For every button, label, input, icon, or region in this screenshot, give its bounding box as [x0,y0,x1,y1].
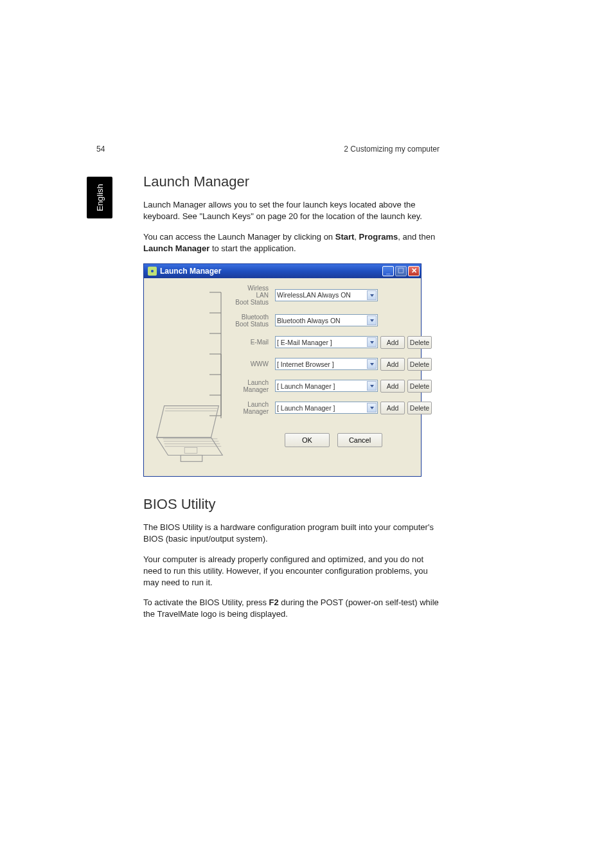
bold-f2: F2 [269,598,279,607]
select-value: WirelessLAN Always ON [277,291,351,299]
page-content: Launch Manager Launch Manager allows you… [143,173,439,629]
chevron-down-icon [370,385,374,387]
select-value: [ Internet Browser ] [277,360,334,368]
left-illustration-area [152,285,235,465]
select-value: [ Launch Manager ] [277,382,335,390]
add-button[interactable]: Add [380,336,405,349]
row-label: E-Mail [235,339,272,346]
text: To activate the BIOS Utility, press [143,598,269,607]
section-title-bios-utility: BIOS Utility [143,496,439,513]
row-label: WWW [235,360,272,368]
email-select[interactable]: [ E-Mail Manager ] [275,336,378,348]
paragraph: Your computer is already properly config… [143,554,439,589]
svg-rect-8 [181,455,202,461]
chevron-down-icon [370,319,374,322]
laptop-icon [149,403,231,467]
wlan-select[interactable]: WirelessLAN Always ON [275,289,378,301]
bluetooth-select[interactable]: Bluetooth Always ON [275,314,378,326]
select-value: [ E-Mail Manager ] [277,339,332,346]
paragraph: The BIOS Utility is a hardware configura… [143,522,439,545]
paragraph: To activate the BIOS Utility, press F2 d… [143,597,439,620]
row-label: Launch Manager [235,379,272,393]
language-tab: English [87,177,112,218]
minimize-button[interactable]: _ [382,266,394,276]
row-bluetooth: Bluetooth Boot Status Bluetooth Always O… [235,314,432,328]
text: Your computer is already properly config… [143,554,428,587]
add-button[interactable]: Add [380,358,405,371]
row-wlan: Wirless LAN Boot Status WirelessLAN Alwa… [235,285,432,306]
maximize-button: ☐ [395,266,407,276]
text: Launch Manager allows you to set the fou… [143,200,422,221]
cancel-button[interactable]: Cancel [337,433,382,447]
settings-rows: Wirless LAN Boot Status WirelessLAN Alwa… [235,285,432,447]
row-www: WWW [ Internet Browser ] Add Delete [235,357,432,371]
paragraph: Launch Manager allows you to set the fou… [143,199,439,222]
row-label: Wirless LAN Boot Status [235,285,272,306]
add-button[interactable]: Add [380,402,405,414]
page-number: 54 [96,145,105,154]
text: You can access the Launch Manager by cli… [143,232,335,242]
bracket-graphic [209,290,229,418]
chevron-down-icon [370,363,374,366]
delete-button[interactable]: Delete [407,358,432,371]
launch-manager-window: Launch Manager _ ☐ ✕ [143,263,422,477]
text: , and then [398,232,435,242]
row-label: Launch Manager [235,401,272,415]
running-header: 54 2 Customizing my computer [96,145,440,154]
text: , [354,232,359,242]
chevron-down-icon [370,341,374,344]
launch2-select[interactable]: [ Launch Manager ] [275,402,378,414]
delete-button[interactable]: Delete [407,380,432,393]
row-launch-1: Launch Manager [ Launch Manager ] Add De… [235,379,432,393]
bold-programs: Programs [359,232,398,242]
section-title-launch-manager: Launch Manager [143,173,439,190]
chevron-down-icon [370,294,374,297]
select-value: [ Launch Manager ] [277,404,335,412]
row-label: Bluetooth Boot Status [235,314,272,328]
chevron-down-icon [370,407,374,409]
www-select[interactable]: [ Internet Browser ] [275,358,378,370]
launch1-select[interactable]: [ Launch Manager ] [275,380,378,392]
svg-marker-6 [157,405,218,437]
row-launch-2: Launch Manager [ Launch Manager ] Add De… [235,401,432,415]
chapter-title: 2 Customizing my computer [344,145,440,154]
delete-button[interactable]: Delete [407,336,432,349]
delete-button[interactable]: Delete [407,402,432,414]
select-value: Bluetooth Always ON [277,317,341,324]
window-titlebar[interactable]: Launch Manager _ ☐ ✕ [144,264,421,278]
window-title: Launch Manager [160,267,221,276]
svg-rect-15 [184,447,197,453]
close-button[interactable]: ✕ [408,266,420,276]
bold-start: Start [335,232,355,242]
row-email: E-Mail [ E-Mail Manager ] Add Delete [235,335,432,350]
text: The BIOS Utility is a hardware configura… [143,522,434,544]
bold-launch-manager: Launch Manager [143,244,209,253]
app-icon [148,267,157,276]
text: to start the application. [209,244,296,253]
ok-button[interactable]: OK [285,433,330,447]
language-label: English [95,184,105,211]
add-button[interactable]: Add [380,380,405,393]
paragraph: You can access the Launch Manager by cli… [143,231,439,254]
